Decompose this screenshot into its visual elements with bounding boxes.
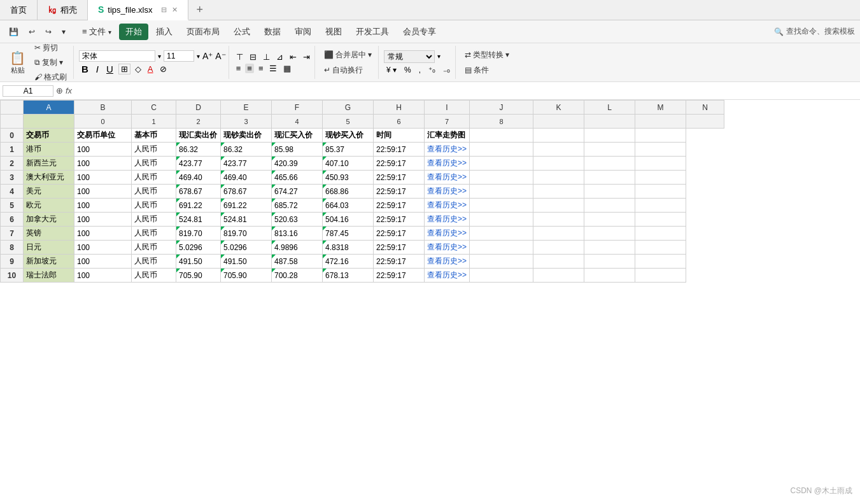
number-format-dropdown-icon[interactable]: ▾ [437, 53, 441, 60]
cell-ref-input[interactable] [3, 85, 53, 97]
col-header-L[interactable]: L [584, 101, 635, 115]
ribbon-tab-formula[interactable]: 公式 [227, 24, 257, 40]
type-convert-button[interactable]: ⇄ 类型转换 ▾ [461, 48, 513, 62]
cell-0-10 [533, 129, 584, 143]
col-header-M[interactable]: M [635, 101, 686, 115]
cell-9-8[interactable]: 查看历史>> [425, 255, 470, 269]
row-header-6[interactable]: 6 [1, 213, 24, 227]
undo-btn[interactable]: ↩ [25, 26, 39, 38]
close-icon[interactable]: ✕ [172, 6, 178, 14]
ribbon-tab-file[interactable]: ≡ 文件 ▾ [76, 24, 118, 40]
ribbon-tab-data[interactable]: 数据 [258, 24, 287, 40]
tab-file[interactable]: S tips_file.xlsx ⊟ ✕ [88, 0, 188, 20]
italic-button[interactable]: I [94, 64, 101, 74]
cell-4-8[interactable]: 查看历史>> [425, 185, 470, 199]
align-middle-icon[interactable]: ⊟ [248, 52, 258, 62]
number-group: 常规 数字 货币 百分比 ▾ ¥ ▾ % , ⁺₀ ₋₀ [381, 46, 456, 79]
redo-btn[interactable]: ↪ [41, 26, 55, 38]
more-btn[interactable]: ▾ [58, 26, 69, 38]
increase-decimal-button[interactable]: ⁺₀ [426, 65, 438, 75]
copy-button[interactable]: ⧉ 复制 ▾ [31, 56, 71, 69]
underline-button[interactable]: U [104, 64, 116, 74]
indent-icon[interactable]: ⇤ [288, 52, 299, 62]
tab-wps[interactable]: ㎏ 稻壳 [38, 0, 88, 20]
row-header-7[interactable]: 7 [1, 227, 24, 241]
ribbon-tab-vip[interactable]: 会员专享 [397, 24, 442, 40]
row-header-0[interactable]: 0 [1, 129, 24, 143]
ribbon-tab-layout[interactable]: 页面布局 [180, 24, 226, 40]
col-header-G[interactable]: G [323, 101, 374, 115]
row-header-4[interactable]: 4 [1, 185, 24, 199]
strikethrough-button[interactable]: ⊘ [158, 64, 169, 74]
conditional-format-button[interactable]: ▤ 条件 [461, 64, 513, 77]
col-header-C[interactable]: C [132, 101, 176, 115]
row-header-8[interactable]: 8 [1, 241, 24, 255]
cut-button[interactable]: ✂ 剪切 [31, 43, 71, 55]
cell-10-8[interactable]: 查看历史>> [425, 269, 470, 283]
decrease-font-icon[interactable]: A⁻ [215, 51, 225, 61]
font-size-dropdown-icon[interactable]: ▾ [197, 53, 200, 60]
number-format-select[interactable]: 常规 数字 货币 百分比 [384, 50, 435, 63]
font-color-button[interactable]: A [146, 64, 155, 74]
ribbon-tab-view[interactable]: 视图 [319, 24, 348, 40]
wrap-text-button[interactable]: ↵ 自动换行 [320, 64, 376, 77]
col-header-K[interactable]: K [533, 101, 584, 115]
col-header-F[interactable]: F [272, 101, 323, 115]
border-button[interactable]: ⊞ [118, 64, 130, 74]
outdent-icon[interactable]: ⇥ [301, 52, 312, 62]
merge-center-button[interactable]: ⬛ 合并居中 ▾ [320, 48, 376, 62]
increase-font-icon[interactable]: A⁺ [202, 51, 213, 61]
col-header-J[interactable]: J [470, 101, 533, 115]
cell-2-8[interactable]: 查看历史>> [425, 157, 470, 171]
cell-7-8[interactable]: 查看历史>> [425, 227, 470, 241]
cell-3-8[interactable]: 查看历史>> [425, 171, 470, 185]
ribbon-search[interactable]: 🔍 查找命令、搜索模板 [774, 26, 855, 37]
cell-1-8[interactable]: 查看历史>> [425, 143, 470, 157]
ribbon-tab-start[interactable]: 开始 [119, 24, 148, 40]
paste-button[interactable]: 📋 粘贴 [6, 49, 29, 76]
cell-1-3: 86.32 [176, 143, 221, 157]
row-header-1[interactable]: 1 [1, 143, 24, 157]
row-header-10[interactable]: 10 [1, 269, 24, 283]
col-header-N[interactable]: N [686, 101, 724, 115]
align-left-icon[interactable]: ≡ [234, 64, 243, 73]
currency-button[interactable]: ¥ ▾ [384, 65, 399, 75]
align-center-icon[interactable]: ≡ [245, 64, 254, 73]
font-size-input[interactable] [164, 50, 194, 62]
col-header-D[interactable]: D [176, 101, 221, 115]
spreadsheet-container[interactable]: A B C D E F G H I J K L M N [0, 100, 860, 504]
cell-5-8[interactable]: 查看历史>> [425, 199, 470, 213]
thousands-button[interactable]: , [416, 65, 423, 75]
font-name-dropdown-icon[interactable]: ▾ [158, 53, 161, 60]
text-rotate-icon[interactable]: ⊿ [274, 52, 285, 62]
col-header-H[interactable]: H [374, 101, 425, 115]
col-header-I[interactable]: I [425, 101, 470, 115]
formula-input[interactable] [74, 86, 857, 96]
tab-home[interactable]: 首页 [0, 0, 38, 20]
save-btn[interactable]: 💾 [5, 26, 22, 38]
add-tab-button[interactable]: + [188, 0, 211, 20]
ribbon-tab-review[interactable]: 审阅 [288, 24, 318, 40]
align-justify-icon[interactable]: ☰ [267, 64, 279, 73]
row-header-2[interactable]: 2 [1, 157, 24, 171]
align-right-icon[interactable]: ≡ [257, 64, 265, 73]
col-header-A[interactable]: A [24, 101, 74, 115]
cell-8-8[interactable]: 查看历史>> [425, 241, 470, 255]
col-header-E[interactable]: E [221, 101, 272, 115]
align-fill-icon[interactable]: ▦ [281, 64, 293, 73]
format-painter-button[interactable]: 🖌 格式刷 [31, 71, 71, 82]
decrease-decimal-button[interactable]: ₋₀ [441, 65, 453, 75]
percent-button[interactable]: % [402, 65, 414, 75]
bold-button[interactable]: B [79, 64, 91, 74]
ribbon-tab-insert[interactable]: 插入 [150, 24, 179, 40]
font-name-input[interactable] [79, 50, 155, 62]
row-header-9[interactable]: 9 [1, 255, 24, 269]
row-header-5[interactable]: 5 [1, 199, 24, 213]
align-top-icon[interactable]: ⊤ [234, 52, 245, 62]
col-header-B[interactable]: B [74, 101, 132, 115]
align-bottom-icon[interactable]: ⊥ [261, 52, 272, 62]
cell-6-8[interactable]: 查看历史>> [425, 213, 470, 227]
row-header-3[interactable]: 3 [1, 171, 24, 185]
fill-color-button[interactable]: ◇ [133, 64, 143, 74]
ribbon-tab-dev[interactable]: 开发工具 [349, 24, 395, 40]
